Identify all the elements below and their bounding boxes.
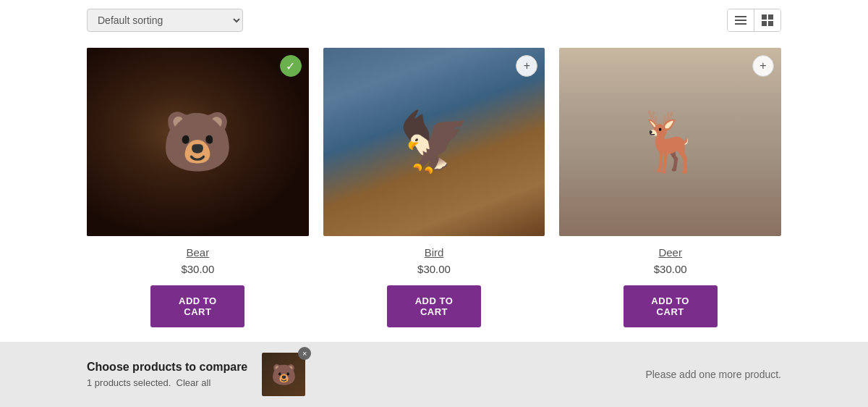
product-price-bird: $30.00 (323, 263, 545, 275)
compare-title: Choose products to compare (87, 361, 247, 374)
svg-rect-4 (768, 14, 773, 20)
product-image-bear: ✓ (87, 48, 309, 236)
compare-button-bear[interactable]: ✓ (280, 55, 302, 77)
compare-bar-left: Choose products to compare 1 products se… (87, 353, 305, 396)
product-image-bird: + (323, 48, 545, 236)
product-card-deer: + Deer $30.00 ADD TO CART (559, 48, 781, 327)
product-name-bird[interactable]: Bird (323, 246, 545, 259)
product-card-bear: ✓ Bear $30.00 ADD TO CART (87, 48, 309, 327)
add-to-cart-bird[interactable]: ADD TO CART (387, 285, 481, 327)
list-icon (735, 14, 746, 26)
product-card-bird: + Bird $30.00 ADD TO CART (323, 48, 545, 327)
compare-thumbnail-wrapper: 🐻 × (262, 353, 305, 396)
svg-rect-5 (762, 21, 767, 26)
compare-button-deer[interactable]: + (752, 55, 774, 77)
compare-thumbnail-bear: 🐻 (262, 353, 305, 396)
clear-all-link[interactable]: Clear all (176, 377, 211, 388)
bear-image (87, 48, 309, 236)
product-name-deer[interactable]: Deer (559, 246, 781, 259)
svg-rect-3 (762, 14, 767, 20)
products-grid: ✓ Bear $30.00 ADD TO CART + Bird $30.00 … (0, 41, 868, 342)
compare-bar-right: Please add one more product. (645, 369, 781, 380)
remove-compare-button[interactable]: × (298, 347, 311, 360)
product-image-deer: + (559, 48, 781, 236)
product-price-deer: $30.00 (559, 263, 781, 275)
view-toggles (727, 9, 781, 32)
svg-rect-0 (735, 16, 746, 17)
deer-image (559, 48, 781, 236)
add-to-cart-deer[interactable]: ADD TO CART (624, 285, 718, 327)
compare-bar-text: Choose products to compare 1 products se… (87, 361, 247, 388)
product-name-bear[interactable]: Bear (87, 246, 309, 259)
grid-view-button[interactable] (754, 9, 780, 31)
compare-count-text: 1 products selected. (87, 377, 171, 388)
svg-rect-6 (768, 21, 773, 26)
svg-rect-2 (735, 23, 746, 25)
sort-select[interactable]: Default sorting Sort by popularity Sort … (87, 9, 243, 32)
top-bar: Default sorting Sort by popularity Sort … (0, 0, 868, 41)
add-to-cart-bear[interactable]: ADD TO CART (150, 285, 244, 327)
product-price-bear: $30.00 (87, 263, 309, 275)
page-wrapper: Default sorting Sort by popularity Sort … (0, 0, 868, 407)
compare-count: 1 products selected. Clear all (87, 377, 247, 388)
svg-rect-1 (735, 20, 746, 21)
bird-image (323, 48, 545, 236)
compare-bar: Choose products to compare 1 products se… (0, 342, 868, 407)
list-view-button[interactable] (728, 9, 754, 31)
grid-icon (762, 14, 773, 26)
